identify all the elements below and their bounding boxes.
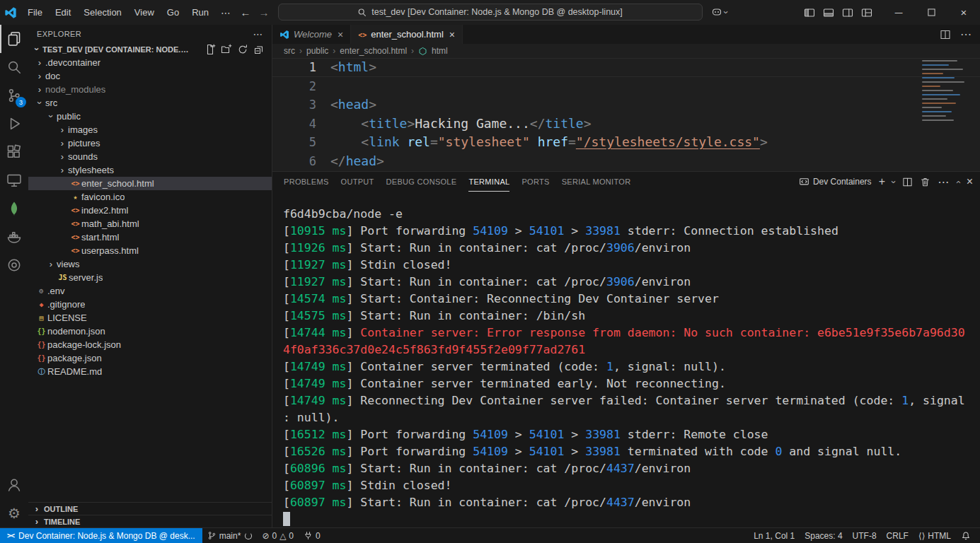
menu-file[interactable]: File xyxy=(21,0,49,25)
tree-item-userpass.html[interactable]: <>userpass.html xyxy=(28,244,272,257)
maximize-button[interactable] xyxy=(915,0,947,25)
settings-icon[interactable]: ⚙ xyxy=(0,499,28,527)
menu-edit[interactable]: Edit xyxy=(49,0,77,25)
new-folder-icon[interactable] xyxy=(221,44,232,55)
toggle-panel-icon[interactable] xyxy=(823,7,834,18)
tree-item-README.md[interactable]: ⓘREADME.md xyxy=(28,365,272,378)
tree-item-views[interactable]: ›views xyxy=(28,257,272,271)
notifications-bell[interactable] xyxy=(956,528,976,543)
terminal-profile-chevron-icon[interactable]: › xyxy=(889,180,899,183)
menu-overflow-button[interactable]: ⋯ xyxy=(215,7,236,18)
tree-item-src[interactable]: ›src xyxy=(28,96,272,110)
tree-item-nodemon.json[interactable]: {}nodemon.json xyxy=(28,325,272,338)
tree-item-sounds[interactable]: ›sounds xyxy=(28,150,272,163)
tree-item-stylesheets[interactable]: ›stylesheets xyxy=(28,163,272,177)
breadcrumb-item[interactable]: public xyxy=(306,46,328,56)
close-icon[interactable]: × xyxy=(338,29,343,40)
problems-indicator[interactable]: ⊘ 0 △ 0 xyxy=(257,528,299,543)
toggle-secondary-sidebar-icon[interactable] xyxy=(842,7,853,18)
tree-item-public[interactable]: ›public xyxy=(28,110,272,123)
menu-view[interactable]: View xyxy=(128,0,161,25)
source-control-icon[interactable]: 3 xyxy=(0,81,28,110)
explorer-more-actions-icon[interactable]: ⋯ xyxy=(253,28,263,40)
cursor-position[interactable]: Ln 1, Col 1 xyxy=(749,528,800,543)
tree-item-node_modules[interactable]: ›node_modules xyxy=(28,83,272,96)
eol-indicator[interactable]: CRLF xyxy=(882,528,913,543)
tree-item-doc[interactable]: ›doc xyxy=(28,69,272,83)
extensions-icon[interactable] xyxy=(0,138,28,166)
split-terminal-icon[interactable] xyxy=(902,177,913,187)
tree-item-enter_school.html[interactable]: <>enter_school.html xyxy=(28,177,272,190)
collapse-all-icon[interactable] xyxy=(253,44,265,55)
close-panel-icon[interactable]: × xyxy=(967,176,973,187)
tab-enter_school.html[interactable]: <>enter_school.html× xyxy=(351,25,463,44)
encoding-indicator[interactable]: UTF-8 xyxy=(848,528,882,543)
remote-explorer-icon[interactable] xyxy=(0,166,28,194)
tree-item-images[interactable]: ›images xyxy=(28,123,272,136)
panel-tab-debug-console[interactable]: DEBUG CONSOLE xyxy=(386,172,457,192)
panel-tab-terminal[interactable]: TERMINAL xyxy=(468,172,509,192)
panel-tab-ports[interactable]: PORTS xyxy=(521,172,549,192)
new-file-icon[interactable] xyxy=(204,44,216,55)
tree-item-LICENSE[interactable]: ▤LICENSE xyxy=(28,311,272,325)
new-terminal-button[interactable]: + xyxy=(879,176,885,187)
docker-icon[interactable] xyxy=(0,223,28,251)
panel-tab-serial-monitor[interactable]: SERIAL MONITOR xyxy=(562,172,631,192)
branch-indicator[interactable]: main* xyxy=(202,528,258,543)
terminal-profile[interactable]: Dev Containers xyxy=(799,177,872,187)
search-icon[interactable] xyxy=(0,53,28,81)
tree-item-index2.html[interactable]: <>index2.html xyxy=(28,204,272,217)
panel-tab-output[interactable]: OUTPUT xyxy=(341,172,374,192)
breadcrumb-item[interactable]: enter_school.html xyxy=(340,46,407,56)
command-center[interactable]: test_dev [Dev Container: Node.js & Mongo… xyxy=(278,4,703,21)
customize-layout-icon[interactable] xyxy=(861,7,872,18)
minimize-button[interactable]: ─ xyxy=(882,0,915,25)
tree-item-.gitignore[interactable]: ◆.gitignore xyxy=(28,298,272,311)
menu-run[interactable]: Run xyxy=(185,0,215,25)
ports-indicator[interactable]: 0 xyxy=(299,528,325,543)
menu-go[interactable]: Go xyxy=(161,0,185,25)
run-debug-icon[interactable] xyxy=(0,110,28,138)
go-forward-icon[interactable]: → xyxy=(255,6,273,18)
timeline-section[interactable]: › TIMELINE xyxy=(28,515,272,527)
split-editor-icon[interactable] xyxy=(940,29,951,40)
copilot-menu[interactable]: › xyxy=(711,4,727,21)
panel-tab-problems[interactable]: PROBLEMS xyxy=(284,172,329,192)
code-editor[interactable]: 1<html>23<head>4 <title>Hacking Game...<… xyxy=(272,58,980,171)
tree-item-package.json[interactable]: {}package.json xyxy=(28,351,272,365)
tree-item-math_abi.html[interactable]: <>math_abi.html xyxy=(28,217,272,230)
language-indicator[interactable]: ⟨⟩ HTML xyxy=(913,528,956,543)
minimap[interactable] xyxy=(922,60,976,124)
kill-terminal-icon[interactable] xyxy=(920,177,930,187)
close-button[interactable]: × xyxy=(947,0,980,25)
terminal-text: > xyxy=(564,224,585,238)
go-back-icon[interactable]: ← xyxy=(236,6,255,18)
account-icon[interactable] xyxy=(0,471,28,499)
tree-item-pictures[interactable]: ›pictures xyxy=(28,136,272,150)
tree-item-package-lock.json[interactable]: {}package-lock.json xyxy=(28,338,272,351)
tree-item-.devcontainer[interactable]: ›.devcontainer xyxy=(28,56,272,69)
outline-section[interactable]: › OUTLINE xyxy=(28,502,272,515)
tree-item-.env[interactable]: ⚙.env xyxy=(28,284,272,298)
gitlens-icon[interactable] xyxy=(0,251,28,279)
maximize-panel-icon[interactable]: › xyxy=(952,180,963,183)
tree-item-server.js[interactable]: JSserver.js xyxy=(28,271,272,284)
tree-item-start.html[interactable]: <>start.html xyxy=(28,230,272,244)
refresh-icon[interactable] xyxy=(237,44,248,55)
explorer-icon[interactable] xyxy=(0,25,28,53)
tree-item-label: public xyxy=(57,111,81,122)
close-icon[interactable]: × xyxy=(449,29,455,40)
panel-more-actions-icon[interactable]: ⋯ xyxy=(938,175,949,189)
remote-indicator[interactable]: >< Dev Container: Node.js & Mongo DB @ d… xyxy=(0,528,202,543)
tree-item-favicon.ico[interactable]: ★favicon.ico xyxy=(28,190,272,204)
breadcrumb-item[interactable]: html xyxy=(432,46,448,56)
terminal[interactable]: f6d4b9cba/node -e[10915 ms] Port forward… xyxy=(272,192,980,527)
menu-selection[interactable]: Selection xyxy=(77,0,127,25)
breadcrumb-item[interactable]: src xyxy=(284,46,295,56)
mongodb-icon[interactable] xyxy=(0,194,28,223)
indentation-indicator[interactable]: Spaces: 4 xyxy=(800,528,847,543)
toggle-sidebar-icon[interactable] xyxy=(804,7,815,18)
explorer-section-header[interactable]: › TEST_DEV [DEV CONTAINER: NODE.JS & MON… xyxy=(28,42,272,56)
editor-more-actions-icon[interactable]: ⋯ xyxy=(960,28,972,41)
tab-welcome[interactable]: Welcome× xyxy=(272,25,351,44)
